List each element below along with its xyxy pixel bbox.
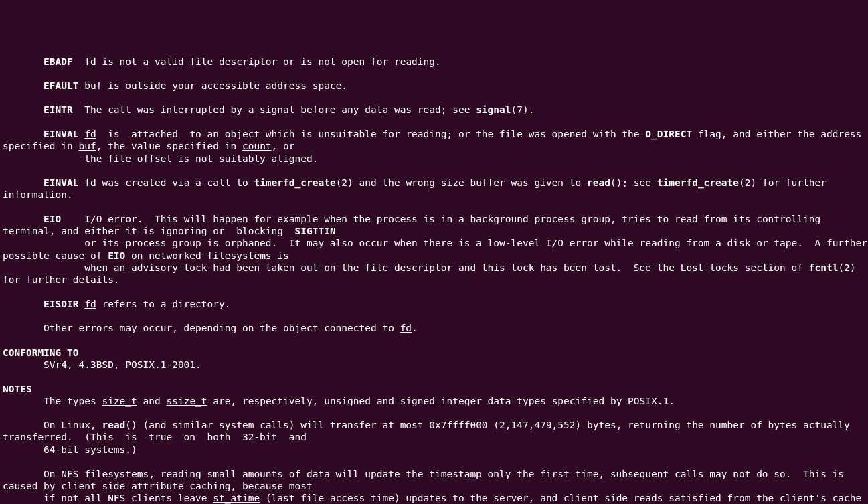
section-conforming-to: CONFORMING TO SVr4, 4.3BSD, POSIX.1-2001… <box>3 347 201 370</box>
notes-p2: On Linux, read() (and similar system cal… <box>3 420 856 454</box>
err-eintr: EINTR The call was interrupted by a sign… <box>3 104 534 115</box>
err-einval-2: EINVAL fd was created via a call to time… <box>3 177 833 200</box>
err-efault: EFAULT buf is outside your accessible ad… <box>3 80 347 91</box>
section-notes: NOTES The types size_t and ssize_t are, … <box>3 384 867 504</box>
notes-p3: On NFS filesystems, reading small amount… <box>3 469 867 504</box>
err-eio: EIO I/O error. This will happen for exam… <box>3 214 868 285</box>
err-eisdir: EISDIR fd refers to a directory. <box>3 299 231 309</box>
terminal-output: EBADF fd is not a valid file descriptor … <box>3 56 868 505</box>
notes-p1: The types size_t and ssize_t are, respec… <box>3 396 675 406</box>
err-other: Other errors may occur, depending on the… <box>3 323 418 333</box>
err-ebadf: EBADF fd is not a valid file descriptor … <box>3 56 441 67</box>
err-einval-1: EINVAL fd is attached to an object which… <box>3 129 867 163</box>
